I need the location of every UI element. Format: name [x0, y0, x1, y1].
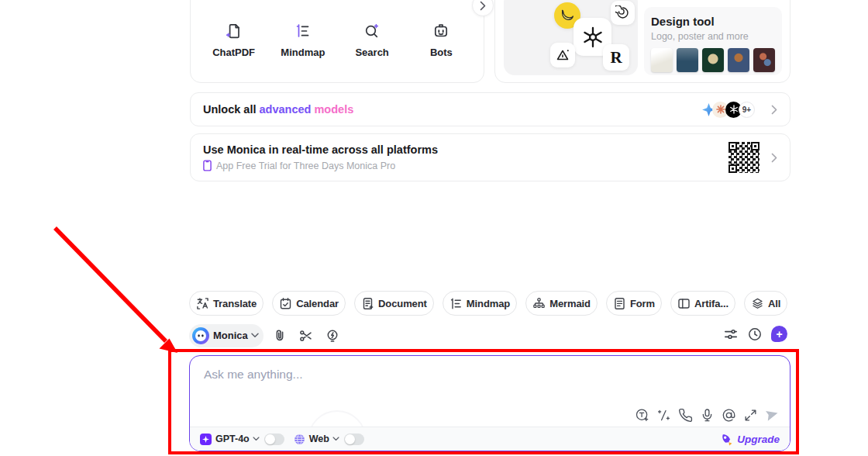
pill-mermaid-label: Mermaid — [549, 298, 591, 309]
unlock-text-models: models — [314, 103, 353, 116]
history-clock-icon[interactable] — [747, 326, 763, 342]
quick-action-button[interactable]: + — [771, 326, 787, 342]
pill-artifacts[interactable]: Artifa... — [670, 291, 735, 316]
mermaid-icon — [532, 297, 546, 310]
chevron-right-icon — [480, 1, 486, 11]
design-thumb-5 — [753, 48, 775, 72]
pill-translate[interactable]: Translate — [189, 291, 264, 316]
pill-translate-label: Translate — [213, 298, 257, 309]
tool-mindmap[interactable]: Mindmap — [268, 0, 337, 82]
assistant-chevron-down-icon — [251, 333, 259, 338]
search-icon — [363, 22, 381, 40]
r-logo-glyph: R — [610, 50, 622, 66]
pill-form[interactable]: Form — [606, 291, 662, 316]
design-tool-title: Design tool — [651, 15, 775, 28]
assistant-name: Monica — [213, 330, 248, 341]
platforms-right — [728, 141, 777, 174]
calendar-icon — [279, 297, 292, 310]
chatpdf-icon — [226, 22, 243, 40]
tool-chatpdf[interactable]: ChatPDF — [199, 0, 268, 82]
unlock-chevron-icon — [771, 105, 777, 115]
design-tool-subtitle: Logo, poster and more — [651, 31, 775, 42]
design-thumbnails — [651, 48, 775, 72]
platforms-row[interactable]: Use Monica in real-time across all platf… — [190, 133, 790, 181]
assistant-selector[interactable]: Monica — [189, 324, 264, 347]
platforms-chevron-icon — [771, 153, 777, 163]
tool-search[interactable]: Search — [338, 0, 407, 82]
pill-all[interactable]: All — [744, 291, 787, 316]
settings-sliders-icon[interactable] — [723, 326, 739, 342]
unlock-models-text: Unlock all advanced models — [203, 103, 353, 116]
annotation-arrow — [43, 219, 186, 362]
design-tool-panel[interactable]: Design tool Logo, poster and more — [644, 7, 782, 75]
pill-document[interactable]: Document — [354, 291, 434, 316]
phone-icon — [203, 160, 212, 171]
tool-chatpdf-label: ChatPDF — [212, 47, 255, 58]
annotation-rectangle — [168, 349, 799, 454]
carousel-next-button[interactable] — [472, 0, 494, 16]
platforms-title: Use Monica in real-time across all platf… — [203, 143, 438, 156]
unlock-text-advanced: advanced — [260, 103, 312, 116]
ai-apps-collage: R — [504, 0, 638, 75]
design-thumb-3 — [702, 48, 724, 72]
qr-code — [728, 141, 760, 174]
pill-mindmap-label: Mindmap — [467, 298, 510, 309]
monica-home-page: ChatPDF Mindmap Search Bots — [0, 0, 868, 456]
attach-icon[interactable] — [272, 328, 288, 344]
pill-mindmap[interactable]: Mindmap — [443, 291, 517, 316]
unlock-text-prefix: Unlock all — [203, 103, 257, 116]
triangle-app-icon — [550, 43, 575, 67]
model-icons-group: 9+ — [701, 102, 755, 118]
monica-avatar — [191, 326, 210, 345]
pill-calendar-label: Calendar — [296, 298, 339, 309]
tool-search-label: Search — [355, 47, 388, 58]
pill-document-label: Document — [378, 298, 427, 309]
pill-calendar[interactable]: Calendar — [272, 291, 346, 316]
platforms-texts: Use Monica in real-time across all platf… — [203, 143, 438, 171]
form-icon — [613, 297, 626, 310]
brain-app-icon — [611, 1, 635, 25]
tool-pills-row: Translate Calendar Document Mindmap Merm… — [189, 291, 787, 316]
prompt-ideas-icon[interactable] — [325, 328, 340, 344]
more-models-badge: 9+ — [739, 102, 755, 118]
pill-mermaid[interactable]: Mermaid — [525, 291, 598, 316]
assistant-row: Monica — [189, 323, 340, 347]
unlock-models-row[interactable]: Unlock all advanced models 9+ — [190, 92, 790, 126]
assistant-actions: + — [723, 326, 787, 342]
document-icon — [361, 297, 374, 310]
scissors-icon[interactable] — [298, 328, 314, 344]
translate-icon — [196, 297, 209, 310]
tool-bots[interactable]: Bots — [407, 0, 476, 82]
pill-artifacts-label: Artifa... — [694, 298, 728, 309]
design-thumb-1 — [651, 48, 673, 72]
design-thumb-2 — [677, 48, 698, 72]
platforms-subtitle: App Free Trial for Three Days Monica Pro — [203, 160, 438, 171]
design-tool-card[interactable]: R Design tool Logo, poster and more — [494, 0, 790, 83]
mindmap-icon — [294, 22, 312, 40]
tool-mindmap-label: Mindmap — [281, 47, 325, 58]
all-tools-icon — [751, 297, 764, 310]
bots-icon — [432, 22, 450, 40]
design-thumb-4 — [728, 48, 749, 72]
pill-form-label: Form — [630, 298, 655, 309]
tool-bots-label: Bots — [430, 47, 453, 58]
mindmap-pill-icon — [450, 297, 463, 310]
quick-tools-card: ChatPDF Mindmap Search Bots — [190, 0, 484, 83]
platforms-subtitle-text: App Free Trial for Three Days Monica Pro — [216, 161, 395, 171]
artifacts-icon — [677, 297, 691, 310]
r-logo-app-icon: R — [603, 44, 629, 71]
pill-all-label: All — [768, 298, 780, 309]
plus-icon: + — [776, 329, 782, 340]
